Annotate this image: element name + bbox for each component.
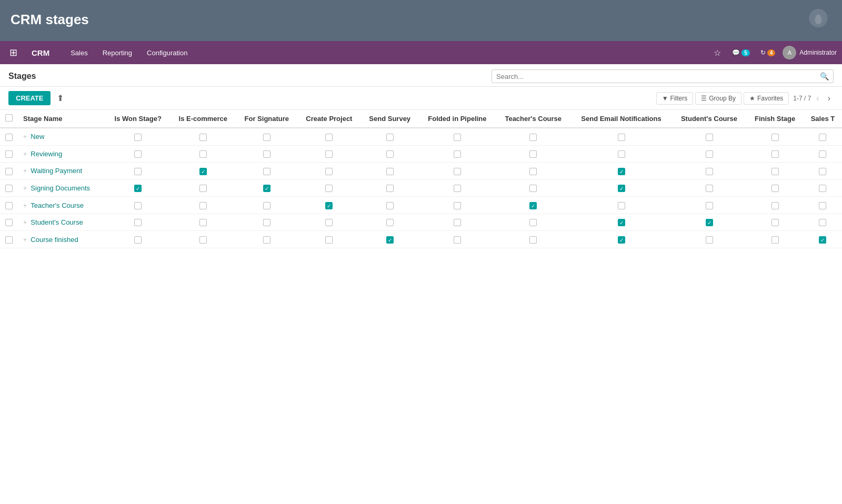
row-0-col-sales_t[interactable] [804,128,842,145]
row-5-is_ecommerce-checkbox[interactable] [199,219,207,226]
drag-handle-icon[interactable]: + [23,185,28,192]
row-1-finish_stage-checkbox[interactable] [771,150,779,158]
row-4-col-students_course[interactable] [672,197,747,214]
row-4-col-folded_pipeline[interactable] [419,197,496,214]
row-5-send_survey-checkbox[interactable] [386,219,394,226]
row-5-students_course-checkbox[interactable] [706,219,713,226]
row-3-teachers_course-checkbox[interactable] [529,185,537,192]
row-0-students_course-checkbox[interactable] [706,134,713,141]
row-2-col-is_won[interactable] [106,163,170,180]
row-3-for_signature-checkbox[interactable] [263,185,270,192]
row-3-col-for_signature[interactable] [236,179,298,197]
row-3-col-teachers_course[interactable] [496,179,570,197]
group-by-button[interactable]: ☰ Group By [695,92,741,105]
row-5-col-is_ecommerce[interactable] [170,214,236,231]
row-6-create_project-checkbox[interactable] [325,236,333,244]
row-5-folded_pipeline-checkbox[interactable] [454,219,461,226]
navbar-brand[interactable]: CRM [25,46,56,59]
row-3-select[interactable] [0,179,18,197]
row-0-teachers_course-checkbox[interactable] [529,134,537,141]
row-6-teachers_course-checkbox[interactable] [529,236,537,244]
row-5-name-link[interactable]: Student's Course [31,218,83,226]
row-3-col-send_survey[interactable] [361,179,419,197]
create-button[interactable]: CREATE [8,91,51,105]
row-2-finish_stage-checkbox[interactable] [771,168,779,175]
row-0-for_signature-checkbox[interactable] [263,134,270,141]
row-4-sales_t-checkbox[interactable] [819,202,826,209]
row-5-is_won-checkbox[interactable] [134,219,142,226]
row-5-col-folded_pipeline[interactable] [419,214,496,231]
row-2-folded_pipeline-checkbox[interactable] [454,168,461,175]
row-1-col-send_email[interactable] [570,145,671,163]
row-2-col-create_project[interactable] [297,163,361,180]
row-1-col-finish_stage[interactable] [746,145,803,163]
row-2-col-finish_stage[interactable] [746,163,803,180]
row-0-col-folded_pipeline[interactable] [419,128,496,145]
pagination-next[interactable]: › [825,93,834,104]
row-4-create_project-checkbox[interactable] [325,202,333,209]
row-0-col-finish_stage[interactable] [746,128,803,145]
row-6-checkbox[interactable] [5,236,13,244]
row-4-is_won-checkbox[interactable] [134,202,142,209]
row-4-for_signature-checkbox[interactable] [263,202,270,209]
row-6-col-teachers_course[interactable] [496,231,570,248]
row-0-col-for_signature[interactable] [236,128,298,145]
row-0-folded_pipeline-checkbox[interactable] [454,134,461,141]
row-0-col-is_ecommerce[interactable] [170,128,236,145]
row-6-col-create_project[interactable] [297,231,361,248]
filters-button[interactable]: ▼ Filters [656,92,694,105]
row-2-col-folded_pipeline[interactable] [419,163,496,180]
row-2-col-students_course[interactable] [672,163,747,180]
row-3-create_project-checkbox[interactable] [325,185,333,192]
row-2-is_won-checkbox[interactable] [134,168,142,175]
row-6-finish_stage-checkbox[interactable] [771,236,779,244]
row-1-col-folded_pipeline[interactable] [419,145,496,163]
row-5-col-sales_t[interactable] [804,214,842,231]
row-0-col-teachers_course[interactable] [496,128,570,145]
row-5-col-teachers_course[interactable] [496,214,570,231]
row-0-checkbox[interactable] [5,134,13,141]
row-1-folded_pipeline-checkbox[interactable] [454,150,461,158]
row-6-select[interactable] [0,231,18,248]
row-4-col-is_ecommerce[interactable] [170,197,236,214]
row-6-is_won-checkbox[interactable] [134,236,142,244]
row-2-send_survey-checkbox[interactable] [386,168,394,175]
drag-handle-icon[interactable]: + [23,219,28,226]
row-6-col-is_ecommerce[interactable] [170,231,236,248]
navbar-menu-configuration[interactable]: Configuration [141,47,194,59]
row-3-send_survey-checkbox[interactable] [386,185,394,192]
drag-handle-icon[interactable]: + [23,167,28,175]
row-0-is_ecommerce-checkbox[interactable] [199,134,207,141]
row-4-col-sales_t[interactable] [804,197,842,214]
row-2-col-send_email[interactable] [570,163,671,180]
select-all-checkbox[interactable] [5,114,13,122]
row-2-name-link[interactable]: Waiting Payment [31,167,82,175]
row-6-col-send_survey[interactable] [361,231,419,248]
row-2-col-is_ecommerce[interactable] [170,163,236,180]
row-2-checkbox[interactable] [5,168,13,175]
row-2-students_course-checkbox[interactable] [706,168,713,175]
row-5-send_email-checkbox[interactable] [618,219,625,226]
row-5-col-create_project[interactable] [297,214,361,231]
row-0-col-is_won[interactable] [106,128,170,145]
row-4-col-send_survey[interactable] [361,197,419,214]
row-3-col-students_course[interactable] [672,179,747,197]
row-0-col-students_course[interactable] [672,128,747,145]
row-1-is_won-checkbox[interactable] [134,150,142,158]
upload-button[interactable]: ⬆ [55,91,66,105]
row-0-send_email-checkbox[interactable] [618,134,625,141]
drag-handle-icon[interactable]: + [23,133,28,140]
row-5-col-finish_stage[interactable] [746,214,803,231]
row-3-students_course-checkbox[interactable] [706,185,713,192]
row-4-finish_stage-checkbox[interactable] [771,202,779,209]
row-3-checkbox[interactable] [5,185,13,192]
row-0-name-link[interactable]: New [31,133,44,140]
select-all-header[interactable] [0,110,18,128]
row-3-col-finish_stage[interactable] [746,179,803,197]
row-5-select[interactable] [0,214,18,231]
navbar-menu-sales[interactable]: Sales [64,47,94,59]
notifications-badge[interactable]: 💬 5 [729,48,753,57]
row-6-name-link[interactable]: Course finished [31,236,78,244]
row-5-col-is_won[interactable] [106,214,170,231]
row-3-finish_stage-checkbox[interactable] [771,185,779,192]
